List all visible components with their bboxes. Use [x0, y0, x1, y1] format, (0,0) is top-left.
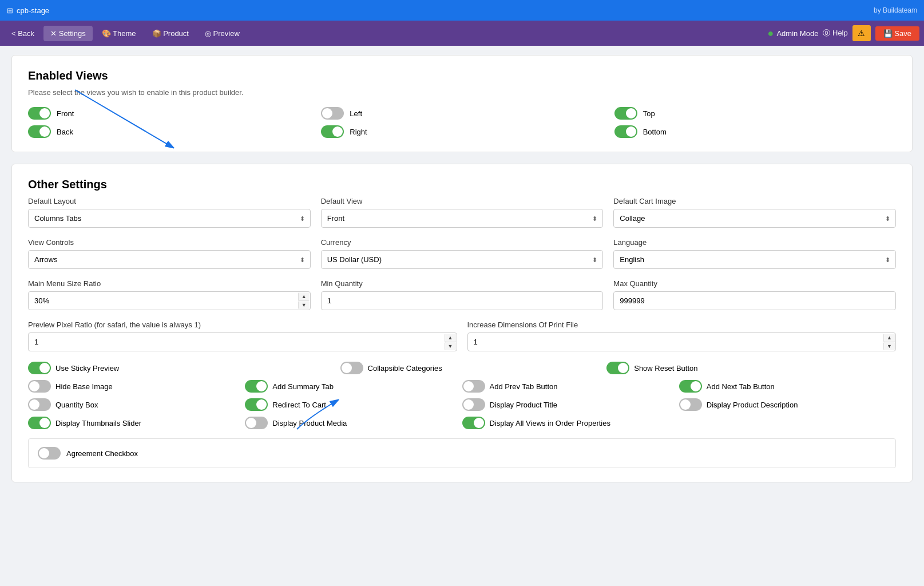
display-product-title-label: Display Product Title [490, 401, 558, 409]
save-button[interactable]: 💾 Save [875, 26, 919, 41]
use-sticky-preview-label: Use Sticky Preview [55, 364, 119, 373]
toggle-top-switch[interactable] [614, 107, 637, 120]
add-next-tab-label: Add Next Tab Button [707, 382, 775, 391]
max-quantity-input[interactable] [613, 291, 896, 310]
min-quantity-input[interactable] [321, 291, 604, 310]
currency-select[interactable]: US Dollar (USD) Euro (EUR) [321, 250, 604, 269]
toggle-right-switch[interactable] [321, 125, 344, 138]
display-all-views-order-switch[interactable] [462, 417, 485, 429]
toggle-bottom-switch[interactable] [614, 125, 637, 138]
default-layout-select[interactable]: Columns Tabs Single Column [28, 209, 311, 228]
add-summary-tab-switch[interactable] [245, 380, 268, 393]
toggle-use-sticky-preview: Use Sticky Preview [28, 362, 318, 374]
toggle-right: Right [321, 125, 602, 138]
quantity-box-switch[interactable] [28, 398, 51, 411]
hide-base-image-label: Hide Base Image [55, 382, 113, 391]
toggle-add-prev-tab: Add Prev Tab Button [462, 380, 679, 393]
display-product-media-label: Display Product Media [272, 419, 347, 427]
views-col-2: Left Right [321, 107, 602, 138]
preview-pixel-up[interactable]: ▲ [445, 334, 456, 342]
show-reset-button-label: Show Reset Button [634, 364, 697, 373]
redirect-to-cart-switch[interactable] [245, 398, 268, 411]
language-label: Language [613, 238, 896, 247]
min-quantity-field: Min Quantity [321, 279, 604, 310]
increase-dim-up[interactable]: ▲ [883, 334, 895, 342]
views-col-3: Top Bottom [614, 107, 896, 138]
toggle-display-product-description: Display Product Description [679, 398, 896, 411]
top-bar: ⊞ cpb-stage by Buildateam [0, 0, 924, 21]
language-wrapper: English French [613, 250, 896, 269]
enabled-views-card: Enabled Views Please select the views yo… [11, 55, 913, 152]
main-menu-size-up[interactable]: ▲ [298, 292, 310, 301]
default-view-label: Default View [321, 197, 604, 205]
warning-button[interactable]: ⚠ [852, 25, 871, 41]
display-product-description-switch[interactable] [679, 398, 702, 411]
help-button[interactable]: ⓪ Help [823, 28, 847, 38]
collapsible-categories-switch[interactable] [340, 362, 363, 374]
hide-base-image-switch[interactable] [28, 380, 51, 393]
toggle-back: Back [28, 125, 310, 138]
agreement-checkbox-switch[interactable] [38, 447, 61, 460]
toggle-row-2: Hide Base Image Add Summary Tab Add Prev… [28, 380, 896, 393]
default-cart-image-select[interactable]: Collage Front [613, 209, 896, 228]
toggle-front: Front [28, 107, 310, 120]
toggle-left: Left [321, 107, 602, 120]
toggle-left-switch[interactable] [321, 107, 344, 120]
increase-dimensions-input[interactable] [467, 332, 897, 351]
increase-dimensions-spinners: ▲ ▼ [883, 334, 895, 350]
main-menu-size-ratio-input[interactable] [28, 291, 311, 310]
display-thumbnails-slider-switch[interactable] [28, 417, 51, 429]
preview-pixel-down[interactable]: ▼ [445, 342, 456, 350]
main-menu-size-ratio-wrapper: ▲ ▼ [28, 291, 311, 310]
show-reset-button-switch[interactable] [606, 362, 629, 374]
admin-mode-badge: ● Admin Mode [768, 27, 819, 39]
toggle-back-switch[interactable] [28, 125, 51, 138]
settings-button[interactable]: ✕ Settings [43, 26, 93, 41]
toggle-row-1: Use Sticky Preview Collapsible Categorie… [28, 362, 896, 374]
add-summary-tab-label: Add Summary Tab [272, 382, 334, 391]
toggle-back-label: Back [57, 128, 73, 136]
back-button[interactable]: < Back [5, 26, 41, 41]
currency-field: Currency US Dollar (USD) Euro (EUR) [321, 238, 604, 269]
preview-button[interactable]: ◎ Preview [198, 26, 247, 41]
default-view-select[interactable]: Front Back [321, 209, 604, 228]
agreement-checkbox-row: Agreement Checkbox [28, 438, 896, 468]
other-settings-card: Other Settings Default Layout Columns Ta… [11, 164, 913, 482]
display-product-title-switch[interactable] [462, 398, 485, 411]
toggle-display-thumbnails-slider: Display Thumbnails Slider [28, 417, 245, 429]
view-controls-field: View Controls Arrows Dots [28, 238, 311, 269]
toggle-show-reset-button: Show Reset Button [606, 362, 896, 374]
preview-pixel-ratio-input[interactable] [28, 332, 457, 351]
add-prev-tab-switch[interactable] [462, 380, 485, 393]
main-menu-size-down[interactable]: ▼ [298, 301, 310, 309]
toggle-hide-base-image: Hide Base Image [28, 380, 245, 393]
other-settings-title: Other Settings [28, 178, 896, 191]
display-product-description-label: Display Product Description [707, 401, 798, 409]
use-sticky-preview-switch[interactable] [28, 362, 51, 374]
product-button[interactable]: 📦 Product [145, 26, 196, 41]
increase-dimensions-label: Increase Dimensions Of Print File [467, 320, 897, 329]
preview-pixel-ratio-label: Preview Pixel Ratio (for safari, the val… [28, 320, 457, 329]
view-controls-label: View Controls [28, 238, 311, 247]
default-layout-field: Default Layout Columns Tabs Single Colum… [28, 197, 311, 228]
view-controls-select[interactable]: Arrows Dots [28, 250, 311, 269]
toggle-top: Top [614, 107, 896, 120]
preview-pixel-ratio-wrapper: ▲ ▼ [28, 332, 457, 351]
agreement-checkbox-label: Agreement Checkbox [66, 449, 138, 458]
increase-dim-down[interactable]: ▼ [883, 342, 895, 350]
toggle-collapsible-categories: Collapsible Categories [318, 362, 607, 374]
toggle-row-4: Display Thumbnails Slider Display Produc… [28, 417, 896, 429]
toggle-display-product-title: Display Product Title [462, 398, 679, 411]
display-product-media-switch[interactable] [245, 417, 268, 429]
default-cart-image-field: Default Cart Image Collage Front [613, 197, 896, 228]
add-next-tab-switch[interactable] [679, 380, 702, 393]
language-select[interactable]: English French [613, 250, 896, 269]
toggle-bottom-label: Bottom [643, 128, 667, 136]
settings-row-4: Preview Pixel Ratio (for safari, the val… [28, 320, 896, 351]
toggle-front-switch[interactable] [28, 107, 51, 120]
app-title: ⊞ cpb-stage [7, 6, 49, 15]
toggle-add-summary-tab: Add Summary Tab [245, 380, 462, 393]
default-layout-wrapper: Columns Tabs Single Column [28, 209, 311, 228]
theme-button[interactable]: 🎨 Theme [95, 26, 143, 41]
enabled-views-title: Enabled Views [28, 69, 896, 82]
